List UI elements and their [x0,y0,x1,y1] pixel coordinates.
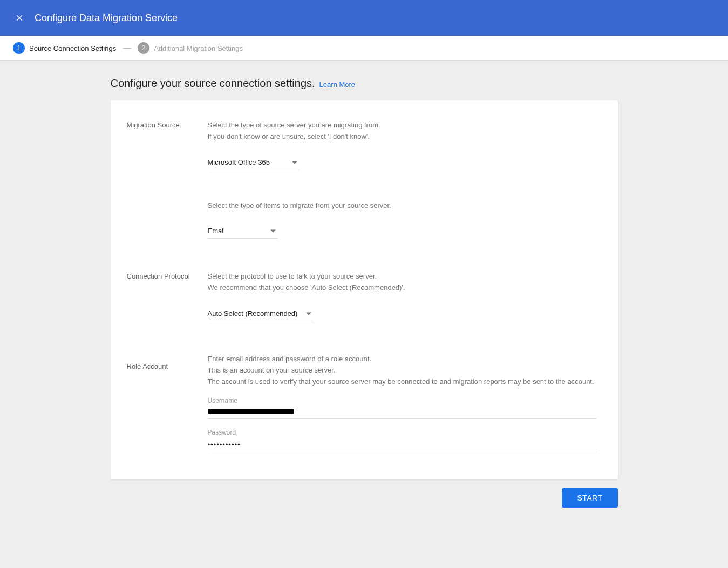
header-title: Configure Data Migration Service [35,12,178,24]
role-account-help2: This is an account on your source server… [208,365,602,376]
close-icon[interactable] [9,7,30,29]
step-2-number: 2 [138,42,149,54]
step-2[interactable]: 2 Additional Migration Settings [138,42,243,54]
app-header: Configure Data Migration Service [0,0,728,36]
role-account-help1: Enter email address and password of a ro… [208,354,602,365]
migration-source-help1: Select the type of source server you are… [208,120,602,131]
page-heading: Configure your source connection setting… [111,77,315,90]
username-input[interactable] [208,407,596,419]
step-2-label: Additional Migration Settings [154,44,243,52]
step-1[interactable]: 1 Source Connection Settings [13,42,116,54]
stepper: 1 Source Connection Settings 2 Additiona… [0,36,728,61]
connection-protocol-select[interactable]: Auto Select (Recommended) [208,307,314,321]
items-help: Select the type of items to migrate from… [208,200,602,212]
items-select[interactable]: Email [208,224,278,239]
migration-source-label: Migration Source [127,120,208,239]
section-connection-protocol: Connection Protocol Select the protocol … [127,271,602,321]
page-heading-row: Configure your source connection setting… [111,77,618,90]
section-role-account: Role Account Enter email address and pas… [127,354,602,452]
connection-protocol-help2: We recommend that you choose 'Auto Selec… [208,282,602,294]
migration-source-select[interactable]: Microsoft Office 365 [208,155,300,170]
username-value-redacted [208,409,294,414]
section-migration-source: Migration Source Select the type of sour… [127,120,602,239]
username-label: Username [208,397,602,404]
role-account-label: Role Account [127,354,208,452]
connection-protocol-label: Connection Protocol [127,271,208,321]
step-1-number: 1 [13,42,25,54]
password-label: Password [208,429,602,436]
chevron-down-icon [292,161,297,164]
footer: START [111,488,618,508]
connection-protocol-help1: Select the protocol to use to talk to yo… [208,271,602,282]
settings-card: Migration Source Select the type of sour… [111,100,618,479]
items-value: Email [208,227,226,235]
learn-more-link[interactable]: Learn More [319,80,355,89]
chevron-down-icon [270,230,276,233]
password-input[interactable]: ••••••••••• [208,438,596,452]
step-1-label: Source Connection Settings [29,44,116,52]
migration-source-value: Microsoft Office 365 [208,158,270,166]
chevron-down-icon [306,312,311,315]
start-button[interactable]: START [562,488,617,508]
migration-source-help2: If you don't know or are unsure, select … [208,131,602,143]
connection-protocol-value: Auto Select (Recommended) [208,309,298,317]
step-divider [123,48,131,49]
role-account-help3: The account is used to verify that your … [208,376,602,388]
